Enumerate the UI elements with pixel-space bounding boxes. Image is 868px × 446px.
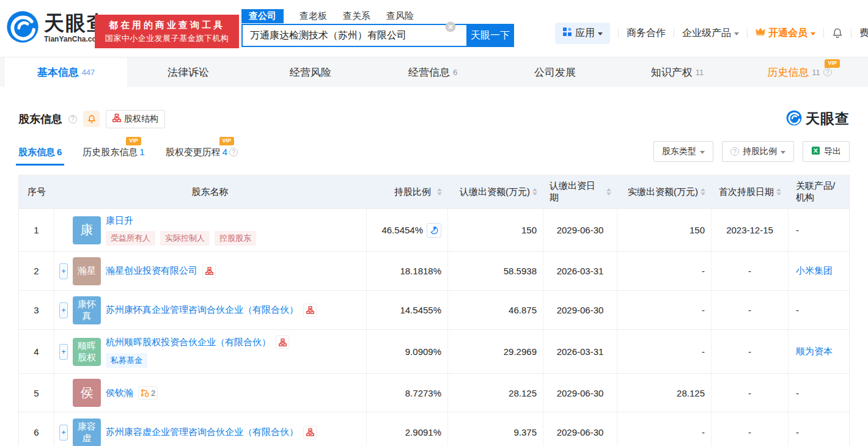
- shareholder-section: 股东信息 ? 股权结构 天眼查 股东信息 6: [0, 109, 868, 446]
- search-button[interactable]: 天眼一下: [466, 24, 514, 47]
- shareholder-name-link[interactable]: 苏州康容虚企业管理咨询合伙企业（有限合伙）: [106, 426, 298, 438]
- avatar[interactable]: 康怀真: [73, 296, 101, 324]
- shareholder-type-filter[interactable]: 股东类型: [653, 141, 713, 162]
- related-product: -: [789, 374, 849, 412]
- subscribed-capital: 46.875: [448, 291, 543, 329]
- notifications-bell-icon[interactable]: [832, 27, 843, 38]
- chevron-down-icon: [598, 32, 603, 35]
- tag-actual-controller: 实际控制人: [160, 231, 210, 246]
- search-tab-risk[interactable]: 查风险: [386, 9, 414, 23]
- subtab-equity-change-history[interactable]: VIP 股权变更历程 4 ?: [166, 147, 238, 166]
- vip-badge: VIP: [126, 137, 141, 145]
- tab-operation-info[interactable]: 经营信息6: [372, 57, 494, 87]
- expand-button[interactable]: +: [59, 425, 68, 441]
- shareholder-name-link[interactable]: 侯钦瀚: [106, 387, 133, 399]
- expand-button[interactable]: +: [59, 302, 68, 318]
- sort-icon[interactable]: [701, 188, 705, 196]
- open-vip-menu[interactable]: 开通会员: [756, 27, 815, 40]
- tab-operation-risk[interactable]: 经营风险: [249, 57, 372, 87]
- tab-intellectual-property[interactable]: 知识产权11: [616, 57, 738, 87]
- subscribed-capital: 29.2969: [448, 330, 543, 373]
- expand-button[interactable]: +: [59, 263, 68, 279]
- avatar[interactable]: 顺晖股权: [73, 338, 101, 366]
- shareholder-name-link[interactable]: 瀚星创业投资有限公司: [106, 265, 197, 277]
- org-chart-icon: [112, 114, 121, 124]
- top-bar: 天眼查 TianYanCha.com 都在用的商业查询工具 国家中小企业发展子基…: [0, 0, 868, 57]
- table-header-row: 序号 股东名称 持股比例 认缴出资额(万元) 认缴出资日期 实缴出资额(万元) …: [19, 175, 849, 208]
- vip-badge: VIP: [825, 59, 840, 68]
- tab-basic-info[interactable]: 基本信息447: [5, 57, 127, 87]
- tianyancha-watermark: 天眼查: [786, 109, 850, 128]
- table-row: 1 康 康日升 受益所有人 实际控制人 控股股东 46.5454% 150: [19, 208, 849, 251]
- subscribed-date: 2029-06-30: [543, 209, 617, 251]
- sort-icon[interactable]: [776, 188, 781, 196]
- col-header-paid-capital[interactable]: 实缴出资额(万元): [617, 175, 712, 208]
- table-row: 3 + 康怀真 苏州康怀真企业管理咨询合伙企业（有限合伙） 14.5455% 4…: [19, 290, 849, 329]
- help-icon[interactable]: ?: [229, 148, 238, 156]
- subscribed-date: 2026-03-31: [543, 252, 617, 290]
- tab-history-info[interactable]: VIP 历史信息11 ?: [738, 57, 861, 87]
- related-product-link[interactable]: 顺为资本: [796, 346, 833, 357]
- search-tabs: 查公司 查老板 查关系 查风险: [241, 9, 514, 23]
- apps-grid-icon: [562, 27, 572, 39]
- first-holding-date: -: [712, 330, 789, 373]
- tab-company-development[interactable]: 公司发展: [494, 57, 616, 87]
- shareholder-name-link[interactable]: 康日升: [106, 215, 133, 227]
- row-index: 2: [19, 252, 54, 290]
- col-header-subscribed-date[interactable]: 认缴出资日期: [543, 175, 617, 208]
- shareholder-name-link[interactable]: 苏州康怀真企业管理咨询合伙企业（有限合伙）: [106, 304, 298, 316]
- help-icon[interactable]: ?: [823, 68, 832, 76]
- equity-structure-icon[interactable]: [202, 265, 216, 278]
- search-tab-boss[interactable]: 查老板: [300, 9, 327, 23]
- expand-button[interactable]: +: [59, 344, 68, 360]
- related-product-link[interactable]: 小米集团: [796, 265, 833, 277]
- user-menu[interactable]: 费米: [859, 27, 868, 40]
- clear-search-icon[interactable]: [445, 21, 456, 32]
- table-row: 2 + 瀚星 瀚星创业投资有限公司 18.1818% 58.5938 2026-…: [19, 251, 849, 290]
- paid-capital: 28.125: [617, 374, 712, 412]
- holding-ratio: 8.7273%: [367, 374, 448, 412]
- holding-ratio: 18.1818%: [367, 252, 448, 290]
- avatar[interactable]: 康: [73, 216, 101, 244]
- tab-legal-proceedings[interactable]: 法律诉讼: [127, 57, 249, 87]
- first-holding-date: 2023-12-15: [712, 209, 789, 251]
- nav-cooperation[interactable]: 商务合作: [627, 27, 666, 40]
- avatar[interactable]: 侯: [73, 379, 101, 407]
- sort-icon[interactable]: [606, 188, 611, 196]
- holding-ratio-filter[interactable]: ? 持股比例: [722, 141, 794, 162]
- sort-icon[interactable]: [532, 188, 537, 196]
- related-companies-icon[interactable]: 2: [138, 386, 158, 400]
- chevron-down-icon: [734, 32, 739, 35]
- help-icon[interactable]: ?: [68, 115, 77, 123]
- shareholder-name-link[interactable]: 杭州顺晖股权投资合伙企业（有限合伙）: [106, 337, 271, 348]
- col-header-related-product: 关联产品/机构: [789, 175, 849, 208]
- chevron-down-icon: [811, 32, 815, 35]
- apps-menu[interactable]: 应用: [555, 23, 610, 44]
- nav-enterprise-products[interactable]: 企业级产品: [682, 27, 739, 40]
- equity-structure-icon[interactable]: [303, 426, 317, 439]
- subscribe-bell-icon[interactable]: [83, 111, 100, 127]
- equity-structure-icon[interactable]: [276, 335, 289, 349]
- table-row: 4 + 顺晖股权 杭州顺晖股权投资合伙企业（有限合伙） 私募基金 9.0909%…: [19, 329, 849, 373]
- subtab-shareholders[interactable]: 股东信息 6: [18, 147, 62, 166]
- search-input[interactable]: [241, 24, 466, 47]
- search-tab-relation[interactable]: 查关系: [343, 9, 370, 23]
- col-header-ratio[interactable]: 持股比例: [367, 175, 448, 208]
- equity-structure-button[interactable]: 股权结构: [106, 110, 165, 128]
- sort-icon[interactable]: [437, 188, 442, 196]
- banner-line1: 都在用的商业查询工具: [109, 20, 225, 31]
- col-header-subscribed-capital[interactable]: 认缴出资额(万元): [448, 175, 543, 208]
- export-button[interactable]: 导出: [803, 141, 850, 162]
- subtab-history-shareholders[interactable]: VIP 历史股东信息 1: [83, 147, 144, 166]
- tianyancha-logo-icon: [6, 10, 39, 46]
- first-holding-date: -: [712, 291, 789, 329]
- avatar[interactable]: 康容虚: [73, 419, 101, 446]
- col-header-first-holding-date[interactable]: 首次持股日期: [712, 175, 789, 208]
- tianyancha-logo-icon: [786, 110, 802, 128]
- pie-chart-icon[interactable]: [427, 223, 441, 238]
- equity-structure-icon[interactable]: [303, 304, 317, 317]
- tianyancha-logo[interactable]: 天眼查 TianYanCha.com: [6, 10, 108, 46]
- avatar[interactable]: 瀚星: [73, 257, 101, 285]
- search-tab-company[interactable]: 查公司: [241, 9, 284, 23]
- main-tab-bar: 基本信息447 法律诉讼 经营风险 经营信息6 公司发展 知识产权11 VIP …: [0, 57, 868, 87]
